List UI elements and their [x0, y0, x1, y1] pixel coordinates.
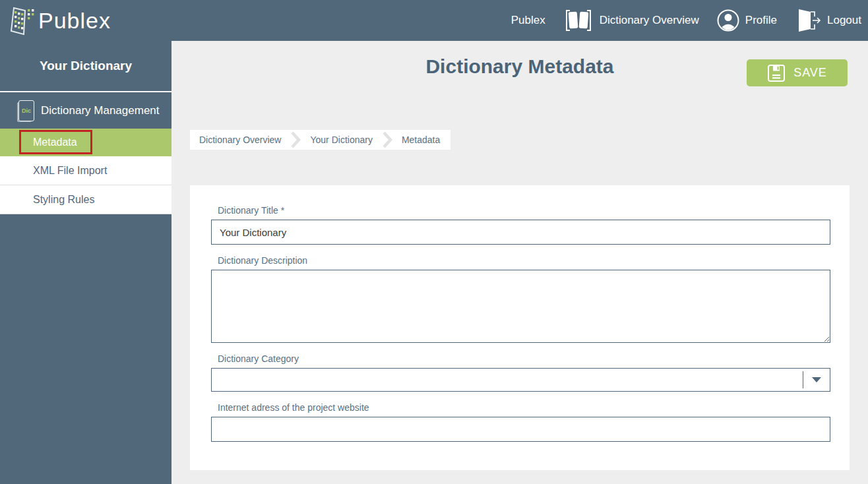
website-url-input[interactable] [211, 417, 830, 442]
sidebar-section-label: Dictionary Management [41, 104, 160, 117]
sidebar-item-dictionary-management[interactable]: Dic Dictionary Management [0, 92, 171, 129]
sidebar-item-metadata[interactable]: Metadata [0, 129, 171, 156]
sidebar-item-label: XML File Import [33, 165, 107, 177]
brand-wordmark: Publex [38, 8, 111, 34]
save-button-label: SAVE [793, 66, 827, 80]
chevron-down-icon [812, 377, 821, 382]
nav-label-dictionary-overview: Dictionary Overview [600, 14, 699, 27]
logout-icon [794, 8, 822, 33]
nav-item-dictionary-overview[interactable]: Dictionary Overview [563, 7, 699, 34]
brand-logo[interactable]: Publex [0, 4, 111, 37]
sidebar-item-label: Styling Rules [33, 194, 94, 206]
save-button[interactable]: SAVE [747, 59, 848, 86]
chevron-right-icon [290, 131, 301, 148]
chevron-right-icon [382, 131, 392, 148]
sidebar: Your Dictionary Dic Dictionary Managemen… [0, 41, 171, 484]
publex-logo-icon [5, 4, 37, 37]
dictionary-category-label: Dictionary Category [218, 353, 830, 364]
breadcrumb-item-dictionary-overview[interactable]: Dictionary Overview [199, 135, 281, 145]
nav-item-profile[interactable]: Profile [716, 9, 777, 32]
dictionary-category-select[interactable] [211, 368, 830, 392]
dictionary-title-input[interactable] [211, 220, 830, 245]
profile-icon [716, 9, 740, 32]
save-floppy-icon [767, 64, 786, 82]
dictionary-title-label: Dictionary Title * [218, 205, 830, 216]
breadcrumb-item-your-dictionary[interactable]: Your Dictionary [310, 135, 372, 145]
nav-label-publex: Publex [511, 14, 545, 27]
breadcrumb: Dictionary Overview Your Dictionary Meta… [190, 130, 450, 150]
nav-label-logout: Logout [827, 14, 861, 27]
navbar-links: Publex Dictionary Overview [494, 7, 868, 34]
sidebar-item-label: Metadata [33, 136, 77, 148]
sidebar-item-styling-rules[interactable]: Styling Rules [0, 185, 171, 214]
nav-item-logout[interactable]: Logout [794, 8, 861, 33]
sidebar-dictionary-title: Your Dictionary [0, 41, 171, 92]
main-content: Dictionary Metadata SAVE Dictionary Over… [171, 41, 868, 484]
dictionary-description-textarea[interactable] [211, 270, 830, 343]
metadata-form-card: Dictionary Title * Dictionary Descriptio… [190, 185, 850, 470]
nav-label-profile: Profile [745, 14, 777, 27]
nav-item-publex[interactable]: Publex [511, 14, 545, 27]
select-divider [803, 371, 803, 388]
top-navbar: Publex Publex Dictionary Overview [0, 0, 868, 41]
website-url-label: Internet adress of the project website [218, 402, 830, 413]
sidebar-item-xml-file-import[interactable]: XML File Import [0, 156, 171, 185]
breadcrumb-item-metadata[interactable]: Metadata [402, 135, 440, 145]
dictionary-description-label: Dictionary Description [218, 255, 830, 266]
dic-book-icon: Dic [18, 100, 34, 121]
book-open-icon [563, 7, 594, 34]
